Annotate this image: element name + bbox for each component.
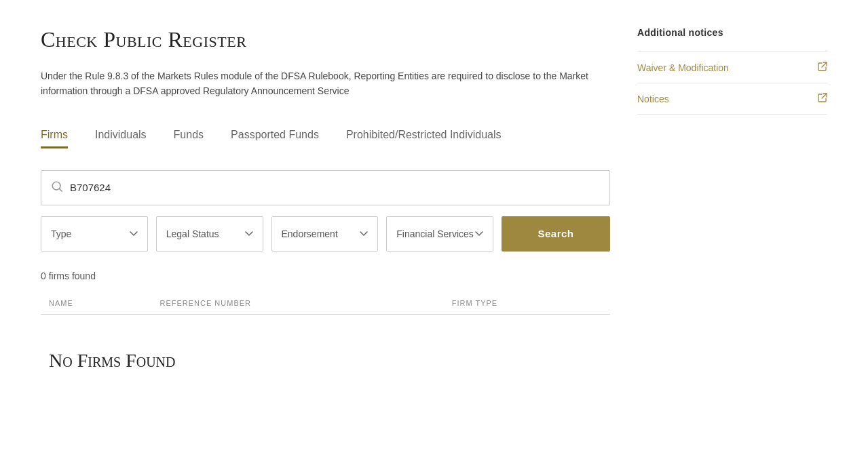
financial-services-filter[interactable]: Financial Services bbox=[386, 216, 493, 252]
table-header: NameReference NumberFirm Type bbox=[41, 292, 610, 315]
main-content: Check Public Register Under the Rule 9.8… bbox=[41, 27, 610, 385]
results-table: NameReference NumberFirm Type bbox=[41, 292, 610, 315]
page-description: Under the Rule 9.8.3 of the Markets Rule… bbox=[41, 68, 597, 99]
col-header-name: Name bbox=[41, 292, 159, 315]
filters-row: Type Legal Status Endorsement Financial … bbox=[41, 216, 610, 252]
external-link-icon bbox=[818, 62, 827, 73]
search-button[interactable]: Search bbox=[502, 216, 610, 252]
external-link-icon bbox=[818, 93, 827, 104]
col-header-firm-type: Firm Type bbox=[452, 292, 610, 315]
tabs-container: FirmsIndividualsFundsPassported FundsPro… bbox=[41, 123, 610, 148]
sidebar: Additional notices Waiver & Modification… bbox=[637, 27, 827, 385]
sidebar-link-notices[interactable]: Notices bbox=[637, 83, 827, 115]
sidebar-links: Waiver & Modification Notices bbox=[637, 52, 827, 115]
results-count: 0 firms found bbox=[41, 270, 610, 281]
no-results-title: No Firms Found bbox=[41, 336, 610, 385]
endorsement-filter[interactable]: Endorsement bbox=[271, 216, 379, 252]
sidebar-link-label-notices: Notices bbox=[637, 94, 669, 104]
search-icon bbox=[51, 180, 70, 195]
tab-firms[interactable]: Firms bbox=[41, 123, 68, 148]
svg-line-1 bbox=[59, 188, 62, 191]
page-title: Check Public Register bbox=[41, 27, 610, 52]
tab-prohibited-restricted[interactable]: Prohibited/Restricted Individuals bbox=[346, 123, 502, 148]
svg-line-3 bbox=[822, 94, 827, 98]
search-input[interactable] bbox=[70, 182, 600, 193]
sidebar-link-label-waiver-modification: Waiver & Modification bbox=[637, 62, 729, 73]
sidebar-title: Additional notices bbox=[637, 27, 827, 38]
tab-funds[interactable]: Funds bbox=[174, 123, 204, 148]
type-filter[interactable]: Type bbox=[41, 216, 148, 252]
tab-individuals[interactable]: Individuals bbox=[95, 123, 147, 148]
tab-passported-funds[interactable]: Passported Funds bbox=[231, 123, 319, 148]
col-header-reference-number: Reference Number bbox=[159, 292, 451, 315]
search-bar bbox=[41, 170, 610, 205]
legal-status-filter[interactable]: Legal Status bbox=[156, 216, 263, 252]
table-header-row: NameReference NumberFirm Type bbox=[41, 292, 610, 315]
sidebar-link-waiver-modification[interactable]: Waiver & Modification bbox=[637, 52, 827, 83]
svg-line-2 bbox=[822, 62, 827, 67]
